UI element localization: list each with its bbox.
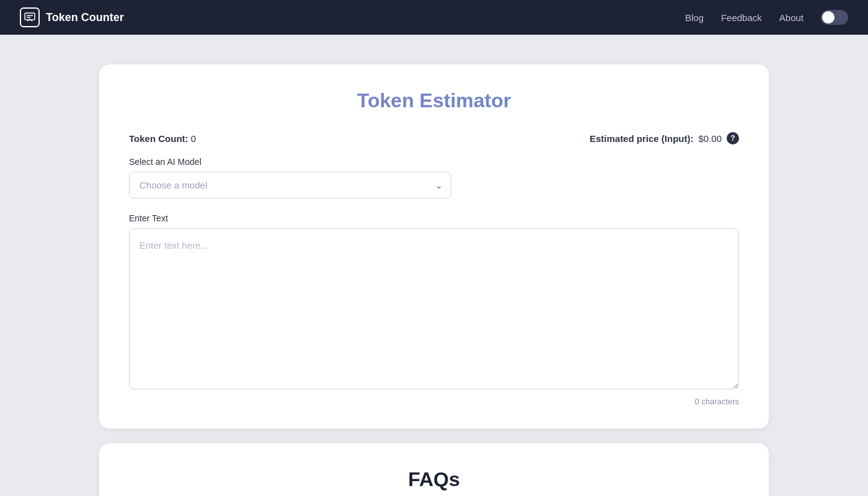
model-select[interactable]: Choose a model GPT-4 GPT-3.5 Turbo Claud… bbox=[129, 172, 451, 198]
faqs-title: FAQs bbox=[129, 468, 739, 491]
feedback-link[interactable]: Feedback bbox=[721, 12, 762, 23]
theme-toggle[interactable] bbox=[821, 10, 848, 25]
help-icon[interactable]: ? bbox=[727, 132, 739, 144]
token-count-display: Token Count: 0 bbox=[129, 133, 196, 144]
estimated-price-label: Estimated price (Input): bbox=[590, 133, 694, 144]
token-estimator-card: Token Estimator Token Count: 0 Estimated… bbox=[99, 64, 769, 428]
text-input[interactable] bbox=[129, 228, 739, 389]
model-select-field: Select an AI Model Choose a model GPT-4 … bbox=[129, 157, 739, 198]
brand-logo[interactable]: Token Counter bbox=[20, 7, 124, 27]
card-title: Token Estimator bbox=[129, 89, 739, 112]
brand-icon bbox=[20, 7, 40, 27]
navbar-links: Blog Feedback About bbox=[685, 10, 848, 25]
faqs-section: FAQs bbox=[99, 443, 769, 496]
stats-row: Token Count: 0 Estimated price (Input): … bbox=[129, 132, 739, 144]
navbar: Token Counter Blog Feedback About bbox=[0, 0, 868, 35]
brand-name: Token Counter bbox=[46, 11, 124, 24]
estimated-price-value: $0.00 bbox=[698, 133, 722, 144]
token-count-prefix: Token Count: bbox=[129, 133, 191, 144]
text-label: Enter Text bbox=[129, 213, 739, 223]
main-content: Token Estimator Token Count: 0 Estimated… bbox=[0, 35, 868, 496]
model-select-wrapper: Choose a model GPT-4 GPT-3.5 Turbo Claud… bbox=[129, 172, 451, 198]
char-count: 0 characters bbox=[129, 397, 739, 406]
model-select-label: Select an AI Model bbox=[129, 157, 739, 167]
toggle-knob bbox=[822, 11, 835, 24]
estimated-price-display: Estimated price (Input): $0.00 ? bbox=[590, 132, 739, 144]
blog-link[interactable]: Blog bbox=[685, 12, 704, 23]
token-count-value: 0 bbox=[191, 133, 196, 144]
about-link[interactable]: About bbox=[779, 12, 804, 23]
text-field-section: Enter Text 0 characters bbox=[129, 213, 739, 406]
